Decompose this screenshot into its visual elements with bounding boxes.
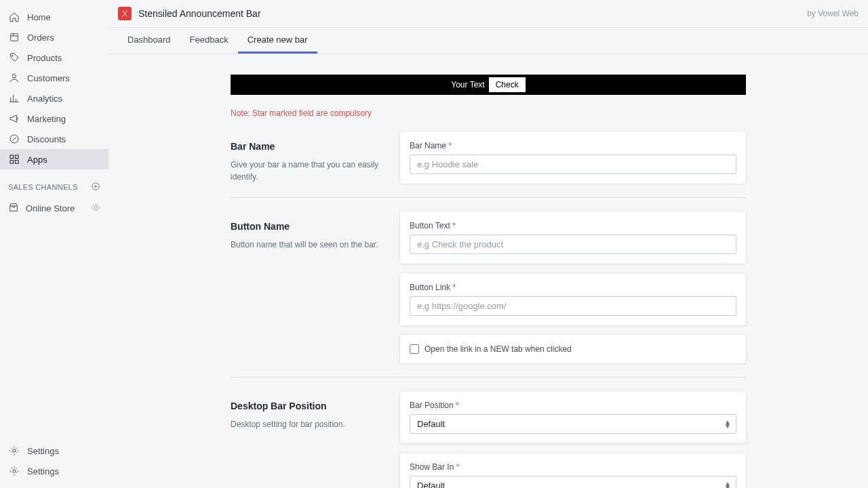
store-icon <box>8 202 19 215</box>
card-bar-position: Bar Position * Default ▲▼ <box>400 391 746 443</box>
section-label: SALES CHANNELS <box>8 183 78 191</box>
svg-point-1 <box>12 55 13 56</box>
nav-label: Orders <box>27 33 54 43</box>
home-icon <box>8 11 20 23</box>
nav-label: Settings <box>27 446 59 456</box>
nav-settings-2[interactable]: Settings <box>0 461 108 481</box>
section-button-name: Button Name Button name that will be see… <box>231 211 746 378</box>
tab-feedback[interactable]: Feedback <box>180 28 238 54</box>
content: Your Text Check Note: Star marked field … <box>108 54 868 488</box>
channel-label: Online Store <box>26 203 75 214</box>
button-link-input[interactable] <box>410 296 736 316</box>
svg-rect-0 <box>11 34 18 41</box>
tag-icon <box>8 52 20 64</box>
nav-discounts[interactable]: Discounts <box>0 129 108 149</box>
main: Stensiled Announcement Bar by Vowel Web … <box>108 0 868 488</box>
compulsory-note: Note: Star marked field are compulsory <box>231 108 746 118</box>
channel-online-store[interactable]: Online Store <box>0 198 108 219</box>
svg-point-10 <box>13 449 16 452</box>
button-link-label: Button Link * <box>410 283 736 292</box>
bar-name-label: Bar Name * <box>410 141 736 150</box>
app-logo <box>118 7 132 20</box>
orders-icon <box>8 31 20 43</box>
bar-position-select[interactable]: Default <box>410 414 736 434</box>
vendor-label: by Vowel Web <box>807 9 859 18</box>
button-text-input[interactable] <box>410 235 736 254</box>
new-tab-label: Open the link in a NEW tab when clicked <box>425 344 572 354</box>
eye-icon[interactable] <box>91 203 100 214</box>
card-button-text: Button Text * <box>400 211 746 264</box>
preview-text: Your Text <box>451 80 484 89</box>
section-title: Button Name <box>231 221 387 232</box>
svg-point-11 <box>13 470 16 472</box>
section-desc: Desktop setting for bar position. <box>231 418 387 430</box>
card-new-tab: Open the link in a NEW tab when clicked <box>400 335 746 363</box>
nav-label: Apps <box>27 155 47 165</box>
megaphone-icon <box>8 113 20 125</box>
section-bar-name: Bar Name Give your bar a name that you c… <box>231 131 746 198</box>
nav-marketing[interactable]: Marketing <box>0 108 108 129</box>
svg-rect-7 <box>15 160 18 163</box>
analytics-icon <box>8 92 20 104</box>
nav-apps[interactable]: Apps <box>0 149 108 169</box>
sidebar: Home Orders Products Customers Analytics… <box>0 0 108 488</box>
gear-icon <box>8 445 20 457</box>
tab-dashboard[interactable]: Dashboard <box>118 28 180 54</box>
topbar: Stensiled Announcement Bar by Vowel Web <box>108 0 868 28</box>
nav-label: Home <box>27 12 51 22</box>
gear-icon <box>8 465 20 477</box>
bar-name-input[interactable] <box>410 155 736 174</box>
nav-label: Settings <box>27 466 59 476</box>
nav-label: Analytics <box>27 94 62 104</box>
section-desktop-position: Desktop Bar Position Desktop setting for… <box>231 391 746 488</box>
svg-point-2 <box>12 75 16 78</box>
apps-icon <box>8 153 20 165</box>
section-title: Bar Name <box>231 141 387 152</box>
nav-products[interactable]: Products <box>0 47 108 68</box>
nav-customers[interactable]: Customers <box>0 68 108 88</box>
show-bar-label: Show Bar In * <box>410 462 736 472</box>
tab-create-new-bar[interactable]: Create new bar <box>238 28 317 54</box>
show-bar-select[interactable]: Default <box>410 476 736 488</box>
nav-settings-1[interactable]: Settings <box>0 441 108 461</box>
person-icon <box>8 72 20 84</box>
svg-rect-5 <box>15 155 18 159</box>
nav-label: Discounts <box>27 134 66 144</box>
section-title: Desktop Bar Position <box>231 401 387 411</box>
nav-label: Products <box>27 53 62 63</box>
card-bar-name: Bar Name * <box>400 131 746 184</box>
preview-bar: Your Text Check <box>231 75 746 95</box>
card-show-bar-in: Show Bar In * Default ▲▼ <box>400 453 746 488</box>
button-text-label: Button Text * <box>410 221 736 230</box>
bar-position-label: Bar Position * <box>410 401 736 410</box>
section-desc: Button name that will be seen on the bar… <box>231 239 387 251</box>
add-channel-icon[interactable] <box>91 182 100 192</box>
new-tab-checkbox[interactable] <box>410 344 419 354</box>
nav-label: Marketing <box>27 114 66 124</box>
nav-label: Customers <box>27 73 70 83</box>
sales-channels-header: SALES CHANNELS <box>0 176 108 198</box>
nav-home[interactable]: Home <box>0 7 108 27</box>
preview-check-button[interactable]: Check <box>489 77 526 92</box>
nav-orders[interactable]: Orders <box>0 27 108 47</box>
svg-point-9 <box>94 206 97 209</box>
discount-icon <box>8 133 20 145</box>
svg-rect-6 <box>10 160 14 163</box>
nav-analytics[interactable]: Analytics <box>0 88 108 108</box>
card-button-link: Button Link * <box>400 273 746 325</box>
svg-rect-4 <box>10 155 14 159</box>
tabs: Dashboard Feedback Create new bar <box>108 28 868 54</box>
app-title: Stensiled Announcement Bar <box>138 8 807 19</box>
section-desc: Give your bar a name that you can easily… <box>231 159 387 183</box>
